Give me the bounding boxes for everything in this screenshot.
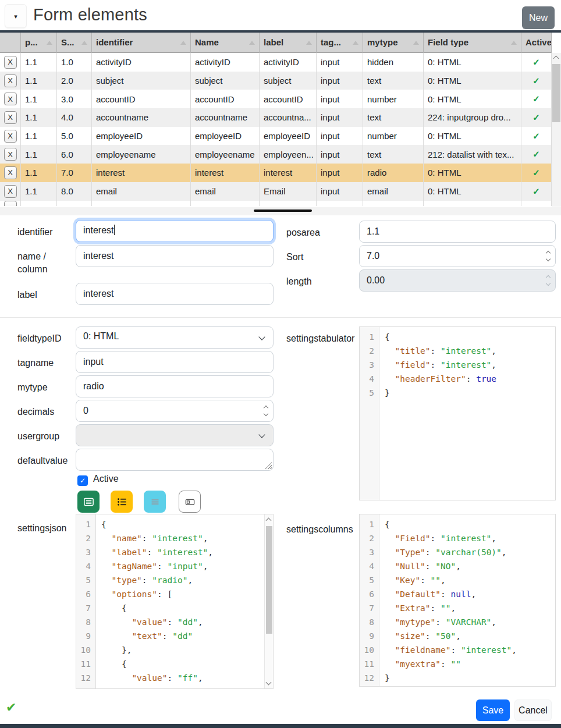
header-dropdown-button[interactable]: ▾ [5,4,27,28]
cell-posarea: 1.1 [21,90,57,108]
grid-vscroll-thumb[interactable] [552,64,560,122]
decimals-label: decimals [17,406,54,418]
active-check-icon: ✓ [532,57,540,68]
chevron-down-icon [258,333,265,340]
active-checkbox[interactable]: ✓ [77,475,88,486]
length-input [359,269,556,292]
active-check-icon: ✓ [532,149,540,159]
settingstabulator-editor[interactable]: 12345 { "title": "interest", "field": "i… [359,326,556,500]
justify-view-button[interactable] [144,491,166,513]
cell-posarea: 1.1 [21,145,57,164]
cell-mytype: number [363,127,424,145]
table-row[interactable]: X1.12.0subjectsubjectsubjectinputtext0: … [0,72,552,90]
code-content[interactable]: { "name": "interest", "label": "interest… [96,514,273,688]
grid-header-s[interactable]: S... [57,33,92,53]
row-delete-button[interactable]: X [4,56,17,69]
tagname-input[interactable] [76,351,274,373]
grid-header-name[interactable]: Name [191,33,260,53]
cell-label: interest [260,164,317,182]
cancel-button[interactable]: Cancel [514,699,552,721]
widget-view-button[interactable] [179,491,201,513]
code-content[interactable]: { "Field": "interest", "Type": "varchar(… [379,514,555,686]
table-row[interactable]: X1.11.0activityIDactivityIDactivityIDinp… [0,53,552,72]
cell-posarea: 1.1 [21,53,57,72]
cell-name: employeename [191,145,260,164]
table-row[interactable]: X1.13.0accountIDaccountIDaccountIDinputn… [0,90,552,108]
defaultvalue-textarea[interactable] [76,449,274,471]
grid-header-label[interactable]: label [260,33,317,53]
cell-identifier: interest [92,164,191,182]
cell-fieldtype: 0: HTML [424,127,521,145]
mytype-label: mytype [17,381,48,394]
editor-vscroll-thumb[interactable] [266,526,272,634]
cell-tagname: input [317,127,363,145]
row-delete-button[interactable]: X [4,111,17,124]
cell-sort: 6.0 [57,145,92,164]
posarea-input[interactable] [359,221,556,243]
row-delete-button[interactable]: X [4,74,17,87]
card-text-icon [83,496,94,507]
row-delete-button[interactable]: X [4,148,17,161]
fieldtypeid-select[interactable]: 0: HTML [76,326,274,349]
table-row[interactable]: X1.17.0interestinterestinterestinputradi… [0,164,552,182]
grid-header-identifier[interactable]: identifier [92,33,191,53]
name-column-label: name / column [17,250,64,276]
card-view-button[interactable] [77,491,100,513]
length-label: length [286,275,312,288]
cell-fieldtype: 0: HTML [424,53,521,72]
cell-tagname: input [317,145,363,164]
grid-header-tag[interactable]: tag... [317,33,363,53]
grid-header-delete-col [0,33,21,53]
sort-arrow-icon [353,41,358,45]
grid-header-active[interactable]: Active [521,33,552,53]
code-content[interactable]: { "title": "interest", "field": "interes… [379,327,555,500]
cell-fieldtype: 0: HTML [424,72,521,90]
cell-identifier: accountname [92,108,191,127]
row-delete-button[interactable]: X [4,166,17,179]
sort-arrow-icon [47,41,52,45]
table-row[interactable]: X1.16.0employeenameemployeenameemployeen… [0,145,552,164]
grid-header-p[interactable]: p... [21,33,57,53]
new-button[interactable]: New [522,6,555,29]
cell-sort: 2.0 [57,72,92,90]
grid-header-mytype[interactable]: mytype [363,33,424,53]
defaultvalue-label: defaultvalue [17,454,68,467]
row-delete-button[interactable]: X [4,130,17,143]
editor-vertical-scrollbar[interactable] [264,514,273,688]
row-delete-button[interactable]: X [4,93,17,105]
sort-arrow-icon [511,41,517,45]
grid-header-row: p...S...identifierNamelabeltag...mytypeF… [0,33,552,53]
cell-fieldtype: 0: HTML [424,182,521,201]
cell-label: accountna... [260,108,317,127]
line-numbers: 123456789101112 [360,514,379,686]
cell-fieldtype: 224: inputgroup dro... [424,108,521,127]
table-row[interactable]: X1.18.0emailemailEmailinputemail0: HTML✓ [0,182,552,201]
cell-tagname: input [317,72,363,90]
cell-label: subject [260,72,317,90]
usergroup-select[interactable] [76,424,274,446]
row-delete-button[interactable]: X [4,185,17,198]
grid-hscroll-thumb[interactable] [254,209,312,212]
grid-header-fieldtype[interactable]: Field type [424,33,521,53]
mytype-input[interactable] [76,375,274,397]
name-column-input[interactable] [76,245,274,267]
cell-identifier: email [92,182,191,201]
table-row-partial[interactable] [0,201,552,206]
sort-input[interactable] [359,245,556,267]
table-row[interactable]: X1.15.0employeeIDemployeeIDemployeeIDinp… [0,127,552,145]
justify-lines-icon [150,496,161,507]
table-row[interactable]: X1.14.0accountnameaccountnameaccountna..… [0,108,552,127]
settingsjson-label: settingsjson [17,522,67,535]
grid-vertical-scrollbar[interactable] [552,53,561,207]
row-delete-button[interactable] [4,201,17,206]
list-view-button[interactable] [111,491,133,513]
label-input[interactable] [76,283,274,305]
settingscolumns-label: settingscolumns [286,523,353,536]
cell-sort: 3.0 [57,90,92,108]
save-button[interactable]: Save [476,699,510,721]
identifier-input[interactable]: interest [76,220,274,242]
decimals-input[interactable] [76,400,274,422]
cell-sort: 4.0 [57,108,92,127]
settingscolumns-editor[interactable]: 123456789101112 { "Field": "interest", "… [359,514,556,687]
settingsjson-editor[interactable]: 123456789101112 { "name": "interest", "l… [76,514,274,689]
